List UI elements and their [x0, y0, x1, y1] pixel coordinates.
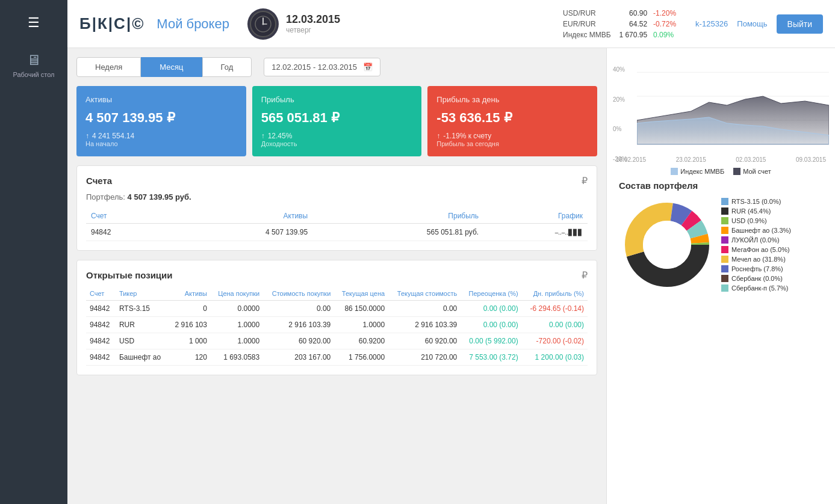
- pos-col-curr-price: Текущая цена: [334, 287, 388, 301]
- positions-table: Счет Тикер Активы Цена покупки Стоимость…: [86, 287, 588, 366]
- pos-account: 94842: [86, 333, 116, 349]
- pos-day-profit: -6 294.65 (-0.14): [522, 301, 588, 317]
- currency-val-eur: 64.52: [617, 20, 647, 28]
- logo: Б|К|С|© Мой брокер: [79, 14, 229, 33]
- table-row: 94842 4 507 139.95 565 051.81 руб. –..–.…: [86, 224, 588, 241]
- legend-color: [721, 265, 728, 272]
- legend-my-account: Мой счет: [733, 168, 771, 175]
- day-display: четверг: [286, 26, 340, 34]
- pos-curr-cost: 60 920.00: [388, 333, 461, 349]
- pos-revalue: 0.00 (0.00): [461, 301, 521, 317]
- calendar-icon: 📅: [363, 63, 373, 72]
- sidebar-item-desktop[interactable]: 🖥 Рабочий стол: [13, 52, 54, 78]
- card-profit-sub: ↑ 12.45%: [261, 132, 413, 140]
- legend-color: [721, 275, 728, 282]
- accounts-section: Счета ₽ Портфель: 4 507 139.95 руб. Счет…: [76, 165, 597, 251]
- pos-revalue: 7 553.00 (3.72): [461, 349, 521, 366]
- help-link[interactable]: Помощь: [737, 19, 767, 28]
- legend-color: [721, 227, 728, 234]
- pos-col-buy-cost: Стоимость покупки: [263, 287, 334, 301]
- clock-face: [250, 11, 276, 37]
- date-display: 12.03.2015: [286, 13, 340, 26]
- legend-color: [721, 217, 728, 224]
- pos-curr-cost: 2 916 103.39: [388, 317, 461, 333]
- legend-item: Сбербанк-п (5.7%): [721, 284, 791, 292]
- accounts-title: Счета: [86, 176, 112, 186]
- tab-week[interactable]: Неделя: [76, 57, 141, 77]
- pos-revalue: 0.00 (5 992.00): [461, 333, 521, 349]
- menu-icon[interactable]: ☰: [19, 6, 49, 40]
- legend-item: Сбербанк (0.0%): [721, 275, 791, 282]
- legend-label: USD (0.9%): [731, 217, 767, 224]
- date-range-picker[interactable]: 12.02.2015 - 12.03.2015 📅: [264, 58, 380, 76]
- portfolio-value: 4 507 139.95 руб.: [128, 192, 191, 201]
- header: Б|К|С|© Мой брокер 12.03.2015: [67, 0, 835, 48]
- legend-label: МегаФон ао (5.0%): [731, 246, 790, 253]
- acc-profit[interactable]: 565 051.81 руб.: [312, 224, 483, 241]
- card-profit-value: 565 051.81 ₽: [261, 110, 413, 126]
- user-link[interactable]: k-125326: [695, 19, 728, 28]
- currency-chg-mmvb: 0.09%: [653, 31, 674, 39]
- card-assets: Активы 4 507 139.95 ₽ ↑ 4 241 554.14 На …: [76, 86, 246, 156]
- currency-val-usd: 60.90: [617, 9, 647, 17]
- content-area: Неделя Месяц Год 12.02.2015 - 12.03.2015…: [67, 48, 835, 504]
- clock-icon: [247, 8, 279, 40]
- pos-col-assets: Активы: [169, 287, 211, 301]
- pos-revalue: 0.00 (0.00): [461, 317, 521, 333]
- pos-buy-cost: 2 916 103.39: [263, 317, 334, 333]
- pos-account: 94842: [86, 349, 116, 366]
- clock-date-area: 12.03.2015 четверг: [247, 8, 340, 40]
- exit-button[interactable]: Выйти: [777, 14, 823, 34]
- card-profit: Прибыль 565 051.81 ₽ ↑ 12.45% Доходность: [252, 86, 422, 156]
- tab-year[interactable]: Год: [202, 57, 252, 77]
- pos-assets: 0: [169, 301, 211, 317]
- pos-buy-cost: 60 920.00: [263, 333, 334, 349]
- arrow-up-icon-2: ↑: [261, 132, 265, 140]
- pos-curr-price: 1 756.0000: [334, 349, 388, 366]
- pos-ticker: RTS-3.15: [116, 301, 169, 317]
- positions-section: Открытые позиции ₽ Счет Тикер Активы Цен…: [76, 260, 597, 375]
- pos-assets: 2 916 103: [169, 317, 211, 333]
- pc-legend: RTS-3.15 (0.0%) RUR (45.4%) USD (0.9%) Б…: [721, 198, 791, 292]
- legend-item: МегаФон ао (5.0%): [721, 246, 791, 253]
- pos-col-ticker: Тикер: [116, 287, 169, 301]
- card-assets-sub-value: 4 241 554.14: [92, 132, 134, 140]
- legend-item: ЛУКОЙЛ (0.0%): [721, 236, 791, 244]
- legend-label: RTS-3.15 (0.0%): [731, 198, 781, 205]
- cards-row: Активы 4 507 139.95 ₽ ↑ 4 241 554.14 На …: [76, 86, 597, 156]
- pos-curr-price: 86 150.0000: [334, 301, 388, 317]
- portfolio-composition: Состав портфеля: [613, 174, 829, 299]
- pos-col-day-profit: Дн. прибыль (%): [522, 287, 588, 301]
- legend-color: [721, 207, 728, 215]
- legend-item: Роснефть (7.8%): [721, 265, 791, 272]
- currency-row-eur: EUR/RUR 64.52 -0.72%: [563, 20, 683, 28]
- card-assets-title: Активы: [85, 95, 237, 104]
- acc-chart[interactable]: –..–..▊▊▊: [483, 224, 588, 241]
- arrow-up-icon-3: ↑: [436, 132, 440, 140]
- chart-y-labels: 40% 20% 0% -20%: [613, 66, 634, 162]
- legend-color: [721, 198, 728, 205]
- currency-name-mmvb: Индекс ММВБ: [563, 31, 611, 39]
- date-range-text: 12.02.2015 - 12.03.2015: [272, 63, 357, 72]
- accounts-section-header: Счета ₽: [86, 175, 588, 186]
- portfolio-label: Портфель:: [86, 192, 125, 201]
- pos-account: 94842: [86, 301, 116, 317]
- currency-row-mmvb: Индекс ММВБ 1 670.95 0.09%: [563, 31, 683, 39]
- currency-area: USD/RUR 60.90 -1.20% EUR/RUR 64.52 -0.72…: [563, 9, 683, 39]
- pos-col-buy-price: Цена покупки: [211, 287, 263, 301]
- legend-label: Сбербанк-п (5.7%): [731, 284, 788, 292]
- legend-my-account-color: [733, 168, 740, 175]
- positions-header: Открытые позиции ₽: [86, 269, 588, 281]
- card-day-profit-sub-label: Прибыль за сегодня: [436, 140, 588, 147]
- pos-buy-price: 1.0000: [211, 317, 263, 333]
- svg-point-16: [643, 221, 691, 269]
- broker-title: Мой брокер: [157, 16, 229, 32]
- performance-chart: 40% 20% 0% -20%: [613, 54, 829, 174]
- legend-mmvb-label: Индекс ММВБ: [680, 168, 724, 175]
- pos-col-curr-cost: Текущая стоимость: [388, 287, 461, 301]
- card-profit-sub-value: 12.45%: [268, 132, 293, 140]
- legend-item: RTS-3.15 (0.0%): [721, 198, 791, 205]
- card-assets-sub-label: На начало: [85, 140, 237, 147]
- card-day-profit-value: -53 636.15 ₽: [436, 110, 588, 126]
- tab-month[interactable]: Месяц: [141, 57, 202, 77]
